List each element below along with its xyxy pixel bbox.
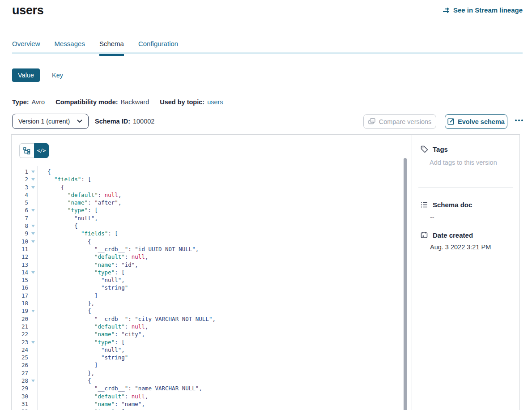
schema-panel: </> 1{2"fields": [3{4"default": null,5"n…	[11, 134, 520, 410]
code-line[interactable]: 18},	[12, 299, 403, 307]
schema-doc-value: --	[430, 214, 434, 221]
code-line[interactable]: 22"name": "city",	[12, 330, 403, 338]
code-line[interactable]: 28{	[12, 377, 403, 384]
evolve-schema-button[interactable]: Evolve schema	[445, 114, 507, 129]
code-line[interactable]: 17]	[12, 292, 403, 299]
code-line[interactable]: 10{	[12, 238, 403, 245]
line-number: 7	[12, 214, 28, 222]
editor-scrollbar[interactable]	[404, 158, 407, 410]
fold-toggle-icon[interactable]	[31, 232, 35, 235]
compare-versions-icon	[368, 118, 375, 125]
code-line[interactable]: 9"fields": [	[12, 230, 403, 237]
tags-input[interactable]	[430, 158, 515, 169]
fold-toggle-icon[interactable]	[31, 171, 35, 173]
stream-lineage-icon	[443, 7, 450, 13]
code-line[interactable]: 30"default": null,	[12, 393, 403, 400]
line-number: 22	[12, 330, 28, 338]
line-number: 14	[12, 269, 28, 276]
line-number: 27	[12, 369, 28, 377]
tree-view-button[interactable]	[19, 143, 34, 158]
view-mode-toggle: </>	[19, 143, 49, 158]
fold-toggle-icon[interactable]	[31, 380, 35, 382]
code-line[interactable]: 27},	[12, 369, 403, 377]
code-line[interactable]: 24"null",	[12, 346, 403, 354]
code-text: {	[61, 184, 64, 191]
schema-meta-row: Type:AvroCompatibility mode:BackwardUsed…	[12, 98, 223, 106]
fold-toggle-icon[interactable]	[31, 341, 35, 344]
code-text: {	[88, 377, 91, 384]
meta-value: Backward	[121, 98, 149, 106]
meta-label: Type:	[12, 98, 29, 106]
fold-toggle-icon[interactable]	[31, 240, 35, 243]
code-line[interactable]: 13"name": "id",	[12, 261, 403, 269]
code-line[interactable]: 4"default": null,	[12, 191, 403, 199]
more-actions-button[interactable]	[512, 115, 526, 125]
fold-toggle-icon[interactable]	[31, 186, 35, 189]
code-line[interactable]: 26]	[12, 361, 403, 369]
code-text: "null",	[74, 214, 98, 222]
code-line[interactable]: 1{	[12, 168, 403, 175]
fold-toggle-icon[interactable]	[31, 225, 35, 227]
date-created-value: Aug. 3 2022 3:21 PM	[430, 243, 491, 251]
code-line[interactable]: 12"default": null,	[12, 253, 403, 261]
code-line[interactable]: 14"type": [	[12, 269, 403, 276]
line-number: 19	[12, 307, 28, 315]
code-line[interactable]: 3{	[12, 184, 403, 191]
fold-toggle-icon[interactable]	[31, 178, 35, 181]
code-view-button[interactable]: </>	[34, 143, 49, 158]
code-line[interactable]: 20"__crdb__": "city VARCHAR NOT NULL",	[12, 315, 403, 323]
code-line[interactable]: 29"__crdb__": "name VARCHAR NULL",	[12, 384, 403, 392]
topic-link[interactable]: users	[207, 98, 223, 106]
fold-toggle-icon[interactable]	[31, 271, 35, 274]
compare-versions-button[interactable]: Compare versions	[363, 114, 436, 129]
line-number: 29	[12, 384, 28, 392]
code-text: "name": "id",	[94, 261, 138, 269]
line-number: 1	[12, 168, 28, 175]
schema-id-value: 100002	[133, 118, 154, 125]
code-line[interactable]: 25"string"	[12, 354, 403, 361]
code-line[interactable]: 2"fields": [	[12, 175, 403, 183]
code-line[interactable]: 19{	[12, 307, 403, 315]
code-text: "type": [	[94, 408, 125, 410]
code-text: "default": null,	[94, 323, 148, 330]
code-text: "__crdb__": "id UUID NOT NULL",	[94, 245, 199, 253]
version-select[interactable]: Version 1 (current)	[12, 114, 89, 129]
line-number: 15	[12, 276, 28, 284]
line-number: 32	[12, 408, 28, 410]
key-tab-button[interactable]: Key	[52, 72, 63, 79]
schema-code-editor[interactable]: 1{2"fields": [3{4"default": null,5"name"…	[12, 168, 403, 410]
code-text: {	[88, 307, 91, 315]
value-tab-button[interactable]: Value	[12, 68, 40, 82]
fold-toggle-icon[interactable]	[31, 310, 35, 312]
calendar-plus-icon	[421, 231, 428, 239]
code-line[interactable]: 23"type": [	[12, 338, 403, 346]
code-line[interactable]: 6"type": [	[12, 206, 403, 214]
code-text: "default": null,	[94, 253, 148, 261]
code-text: },	[88, 299, 94, 307]
code-line[interactable]: 15"null",	[12, 276, 403, 284]
code-text: ]	[94, 292, 98, 299]
code-line[interactable]: 8{	[12, 222, 403, 230]
code-line[interactable]: 32"type": [	[12, 408, 403, 410]
code-line[interactable]: 21"default": null,	[12, 323, 403, 330]
code-line[interactable]: 16"string"	[12, 284, 403, 291]
stream-lineage-link[interactable]: See in Stream lineage	[443, 6, 523, 14]
schema-id: Schema ID: 100002	[95, 118, 154, 125]
line-number: 30	[12, 393, 28, 400]
line-number: 18	[12, 299, 28, 307]
ellipsis-icon	[518, 120, 520, 121]
code-line[interactable]: 5"name": "after",	[12, 199, 403, 206]
code-text: "type": [	[68, 206, 98, 214]
code-line[interactable]: 31"name": "name",	[12, 400, 403, 408]
fold-toggle-icon[interactable]	[31, 209, 35, 212]
code-text: "type": [	[94, 269, 125, 276]
ellipsis-icon	[521, 120, 523, 121]
code-text: "fields": [	[54, 175, 91, 183]
stream-lineage-label: See in Stream lineage	[453, 6, 523, 14]
code-line[interactable]: 7"null",	[12, 214, 403, 222]
code-line[interactable]: 11"__crdb__": "id UUID NOT NULL",	[12, 245, 403, 253]
tags-title: Tags	[433, 145, 448, 153]
tags-section-header: Tags	[421, 145, 448, 153]
code-text: "type": [	[94, 338, 125, 346]
meta-item: Compatibility mode:Backward	[55, 98, 149, 106]
